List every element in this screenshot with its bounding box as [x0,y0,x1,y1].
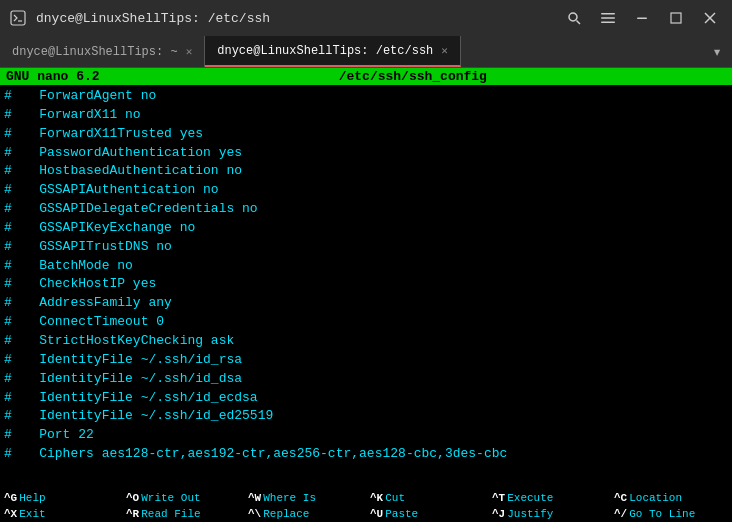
editor-line: # ConnectTimeout 0 [0,313,732,332]
shortcut-label: Where Is [263,492,316,504]
shortcut-key: ^X [4,508,17,520]
shortcut-key: ^O [126,492,139,504]
editor-line: # CheckHostIP yes [0,275,732,294]
search-button[interactable] [560,4,588,32]
editor-line: # StrictHostKeyChecking ask [0,332,732,351]
editor-line: # BatchMode no [0,257,732,276]
hamburger-button[interactable] [594,4,622,32]
shortcut-label: Exit [19,508,45,520]
svg-rect-4 [601,13,615,15]
editor-line: # GSSAPIKeyExchange no [0,219,732,238]
editor-line: # Port 22 [0,426,732,445]
tabs-bar: dnyce@LinuxShellTips: ~ ✕ dnyce@LinuxShe… [0,36,732,68]
tabs-dropdown[interactable]: ▾ [702,42,732,62]
nano-version: GNU nano 6.2 [6,69,100,84]
tab-ssh[interactable]: dnyce@LinuxShellTips: /etc/ssh ✕ [205,36,461,67]
editor-line: # IdentityFile ~/.ssh/id_rsa [0,351,732,370]
shortcut-item[interactable]: ^UPaste [366,506,488,522]
shortcut-key: ^C [614,492,627,504]
svg-point-2 [569,13,577,21]
shortcut-item[interactable]: ^TExecute [488,490,610,506]
shortcut-key: ^K [370,492,383,504]
editor-line: # GSSAPITrustDNS no [0,238,732,257]
editor-line: # Ciphers aes128-ctr,aes192-ctr,aes256-c… [0,445,732,464]
maximize-button[interactable] [662,4,690,32]
shortcut-item[interactable]: ^RRead File [122,506,244,522]
tab-home-close[interactable]: ✕ [186,45,193,58]
close-button[interactable] [696,4,724,32]
editor-line: # GSSAPIDelegateCredentials no [0,200,732,219]
shortcut-item[interactable]: ^KCut [366,490,488,506]
shortcuts-row2: ^XExit^RRead File^\Replace^UPaste^JJusti… [0,506,732,522]
minimize-button[interactable] [628,4,656,32]
shortcut-label: Read File [141,508,200,520]
shortcut-item[interactable]: ^/Go To Line [610,506,732,522]
tab-home-label: dnyce@LinuxShellTips: ~ [12,45,178,59]
editor-line: # GSSAPIAuthentication no [0,181,732,200]
shortcut-label: Justify [507,508,553,520]
shortcut-item[interactable]: ^\Replace [244,506,366,522]
shortcut-item[interactable]: ^WWhere Is [244,490,366,506]
editor-line: # PasswordAuthentication yes [0,144,732,163]
shortcuts-bar: ^GHelp^OWrite Out^WWhere Is^KCut^TExecut… [0,490,732,522]
shortcut-item[interactable]: ^GHelp [0,490,122,506]
editor-area[interactable]: # ForwardAgent no# ForwardX11 no# Forwar… [0,85,732,490]
window-controls [560,4,724,32]
shortcut-label: Write Out [141,492,200,504]
shortcut-key: ^J [492,508,505,520]
shortcut-label: Replace [263,508,309,520]
shortcut-key: ^G [4,492,17,504]
shortcut-item[interactable]: ^JJustify [488,506,610,522]
shortcut-item[interactable]: ^XExit [0,506,122,522]
tab-home[interactable]: dnyce@LinuxShellTips: ~ ✕ [0,36,205,67]
shortcut-label: Execute [507,492,553,504]
shortcut-key: ^/ [614,508,627,520]
editor-line: # ForwardAgent no [0,87,732,106]
editor-line: # ForwardX11Trusted yes [0,125,732,144]
svg-rect-5 [601,17,615,19]
tab-ssh-label: dnyce@LinuxShellTips: /etc/ssh [217,44,433,58]
shortcut-label: Go To Line [629,508,695,520]
editor-line: # HostbasedAuthentication no [0,162,732,181]
svg-rect-7 [637,18,647,20]
editor-line: # IdentityFile ~/.ssh/id_ed25519 [0,407,732,426]
shortcut-key: ^U [370,508,383,520]
terminal-icon [8,8,28,28]
svg-rect-0 [11,11,25,25]
shortcut-key: ^W [248,492,261,504]
shortcut-key: ^R [126,508,139,520]
editor-line: # IdentityFile ~/.ssh/id_ecdsa [0,389,732,408]
shortcut-item[interactable]: ^OWrite Out [122,490,244,506]
titlebar-left: dnyce@LinuxShellTips: /etc/ssh [8,8,270,28]
shortcut-label: Paste [385,508,418,520]
shortcut-item[interactable]: ^CLocation [610,490,732,506]
window-title: dnyce@LinuxShellTips: /etc/ssh [36,11,270,26]
shortcut-key: ^\ [248,508,261,520]
titlebar: dnyce@LinuxShellTips: /etc/ssh [0,0,732,36]
editor-line: # AddressFamily any [0,294,732,313]
shortcuts-row1: ^GHelp^OWrite Out^WWhere Is^KCut^TExecut… [0,490,732,506]
nano-filename: /etc/ssh/ssh_config [339,69,487,84]
editor-line: # ForwardX11 no [0,106,732,125]
shortcut-key: ^T [492,492,505,504]
nano-header: GNU nano 6.2 /etc/ssh/ssh_config [0,68,732,85]
shortcut-label: Location [629,492,682,504]
svg-line-3 [577,21,581,25]
editor-line: # IdentityFile ~/.ssh/id_dsa [0,370,732,389]
svg-rect-8 [671,13,681,23]
shortcut-label: Help [19,492,45,504]
tab-ssh-close[interactable]: ✕ [441,44,448,57]
svg-rect-6 [601,22,615,24]
shortcut-label: Cut [385,492,405,504]
